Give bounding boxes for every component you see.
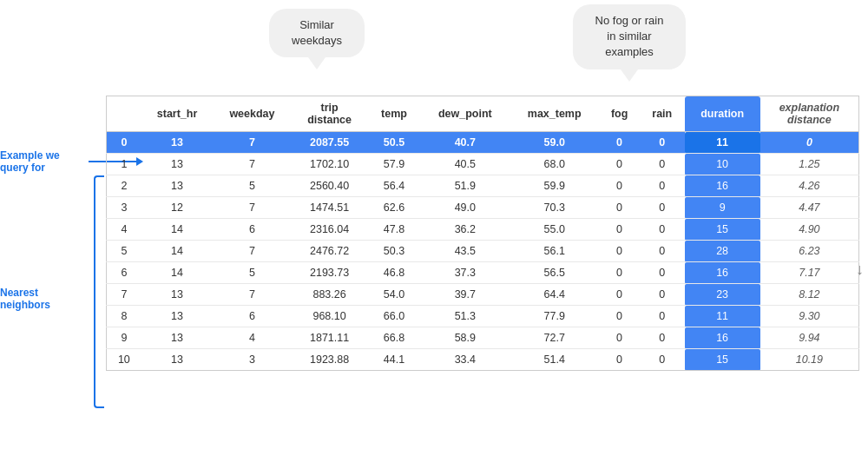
cell-rain: 0 [640,262,684,284]
annotation-example: Example we query for [0,149,87,174]
data-table-wrapper: start_hr weekday tripdistance temp dew_p… [106,96,859,371]
cell-dew-point: 39.7 [420,284,510,306]
cell-rain: 0 [640,306,684,327]
cell-weekday: 6 [213,306,291,327]
cell-max-temp: 70.3 [510,197,599,219]
cell-max-temp: 56.1 [510,241,599,262]
cell-rain: 0 [640,284,684,306]
annotation-nearest: Nearest neighbors [0,287,82,311]
cell-dew-point: 40.5 [420,154,510,175]
col-header-temp: temp [368,96,421,132]
cell-start-hr: 14 [141,219,214,241]
table-row: 11371702.1057.940.568.000101.25 [107,154,859,175]
cell-dew-point: 40.7 [420,132,510,154]
cell-duration: 23 [685,284,760,306]
cell-dew-point: 36.2 [420,219,510,241]
cell-duration: 16 [685,327,760,349]
cell-dew-point: 43.5 [420,241,510,262]
cell-duration: 15 [685,349,760,371]
cell-weekday: 7 [213,197,291,219]
col-header-duration: duration [685,96,760,132]
bubble-weekdays-text: Similar weekdays [292,18,342,47]
cell-dew-point: 58.9 [420,327,510,349]
cell-duration: 11 [685,306,760,327]
annotation-example-text: Example we query for [0,149,60,174]
col-header-max-temp: max_temp [510,96,599,132]
cell-duration: 11 [685,132,760,154]
cell-weekday: 6 [213,219,291,241]
cell-start-hr: 13 [141,327,214,349]
cell-max-temp: 64.4 [510,284,599,306]
cell-max-temp: 77.9 [510,306,599,327]
cell-trip-distance: 968.10 [291,306,367,327]
cell-weekday: 3 [213,349,291,371]
cell-temp: 54.0 [368,284,421,306]
cell-trip-distance: 1474.51 [291,197,367,219]
cell-fog: 0 [599,197,640,219]
cell-duration: 15 [685,219,760,241]
cell-weekday: 7 [213,154,291,175]
cell-id: 8 [107,306,141,327]
cell-id: 4 [107,219,141,241]
cell-rain: 0 [640,327,684,349]
cell-rain: 0 [640,241,684,262]
scroll-arrow[interactable]: ↓ [856,261,864,279]
cell-fog: 0 [599,284,640,306]
cell-id: 6 [107,262,141,284]
cell-start-hr: 13 [141,349,214,371]
cell-temp: 50.5 [368,132,421,154]
cell-trip-distance: 1871.11 [291,327,367,349]
cell-trip-distance: 883.26 [291,284,367,306]
cell-explanation-distance: 7.17 [760,262,859,284]
table-row: 41462316.0447.836.255.000154.90 [107,219,859,241]
cell-rain: 0 [640,197,684,219]
col-header-trip-distance: tripdistance [291,96,367,132]
cell-max-temp: 51.4 [510,349,599,371]
cell-rain: 0 [640,175,684,197]
cell-start-hr: 13 [141,132,214,154]
cell-duration: 16 [685,175,760,197]
cell-max-temp: 55.0 [510,219,599,241]
cell-start-hr: 13 [141,284,214,306]
col-header-start-hr: start_hr [141,96,214,132]
cell-weekday: 5 [213,175,291,197]
cell-explanation-distance: 9.30 [760,306,859,327]
cell-fog: 0 [599,241,640,262]
table-row: 31271474.5162.649.070.30094.47 [107,197,859,219]
cell-id: 5 [107,241,141,262]
cell-temp: 57.9 [368,154,421,175]
cell-explanation-distance: 0 [760,132,859,154]
cell-explanation-distance: 9.94 [760,327,859,349]
bubble-fog-text: No fog or rain in similar examples [595,14,664,58]
cell-start-hr: 13 [141,154,214,175]
table-row: 8136968.1066.051.377.900119.30 [107,306,859,327]
cell-dew-point: 33.4 [420,349,510,371]
cell-explanation-distance: 6.23 [760,241,859,262]
cell-id: 1 [107,154,141,175]
cell-start-hr: 14 [141,241,214,262]
col-header-weekday: weekday [213,96,291,132]
nearest-neighbors-bracket [94,175,104,408]
cell-duration: 10 [685,154,760,175]
cell-temp: 56.4 [368,175,421,197]
cell-temp: 46.8 [368,262,421,284]
cell-start-hr: 13 [141,175,214,197]
cell-trip-distance: 1923.88 [291,349,367,371]
col-header-dew-point: dew_point [420,96,510,132]
cell-trip-distance: 2193.73 [291,262,367,284]
cell-dew-point: 37.3 [420,262,510,284]
cell-id: 7 [107,284,141,306]
table-row: 21352560.4056.451.959.900164.26 [107,175,859,197]
data-table: start_hr weekday tripdistance temp dew_p… [106,96,859,371]
cell-id: 10 [107,349,141,371]
table-row: 91341871.1166.858.972.700169.94 [107,327,859,349]
cell-duration: 9 [685,197,760,219]
cell-fog: 0 [599,175,640,197]
cell-explanation-distance: 4.47 [760,197,859,219]
cell-trip-distance: 2087.55 [291,132,367,154]
cell-rain: 0 [640,219,684,241]
cell-weekday: 5 [213,262,291,284]
cell-temp: 50.3 [368,241,421,262]
cell-max-temp: 59.9 [510,175,599,197]
cell-id: 9 [107,327,141,349]
